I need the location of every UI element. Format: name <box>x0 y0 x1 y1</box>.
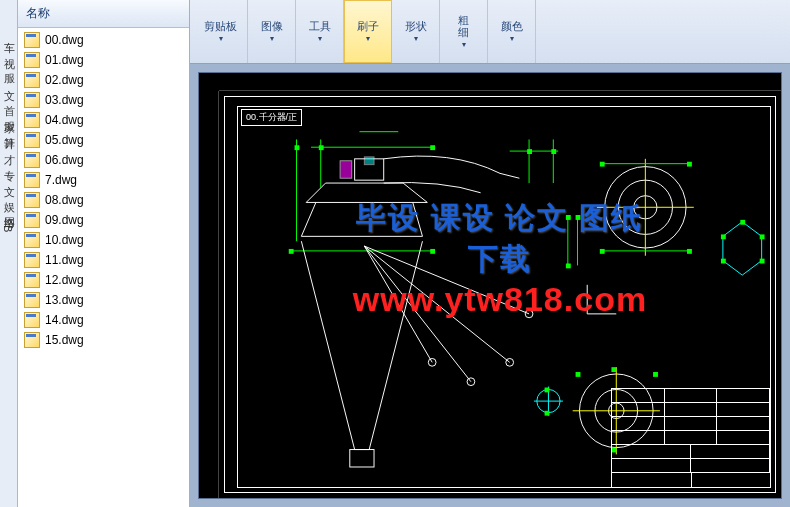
svg-rect-39 <box>721 259 726 264</box>
ruler-horizontal <box>219 73 781 91</box>
dwg-file-icon <box>24 72 40 88</box>
ribbon-thickness-group[interactable]: 粗 细 ▾ <box>440 0 488 63</box>
file-item[interactable]: 05.dwg <box>18 130 189 150</box>
file-list[interactable]: 00.dwg 01.dwg 02.dwg 03.dwg 04.dwg 05.dw… <box>18 28 189 507</box>
ribbon-toolbar: 剪贴板 ▾ 图像 ▾ 工具 ▾ 刷子 ▾ 形状 ▾ 粗 细 ▾ 颜色 ▾ <box>190 0 790 64</box>
sidebar-tab[interactable]: 计算 <box>0 126 17 132</box>
file-item[interactable]: 7.dwg <box>18 170 189 190</box>
dwg-file-icon <box>24 212 40 228</box>
ribbon-shapes-group[interactable]: 形状 ▾ <box>392 0 440 63</box>
dwg-file-icon <box>24 192 40 208</box>
sidebar-tab[interactable]: 家服 <box>0 110 17 116</box>
svg-line-47 <box>364 246 529 314</box>
svg-rect-19 <box>430 249 435 254</box>
file-item[interactable]: 12.dwg <box>18 270 189 290</box>
svg-rect-32 <box>600 249 605 254</box>
svg-rect-63 <box>653 372 658 377</box>
file-name-label: 7.dwg <box>45 173 77 187</box>
svg-rect-35 <box>721 234 726 239</box>
svg-rect-31 <box>687 162 692 167</box>
cad-viewport[interactable]: 00.千分器/正 <box>198 72 782 499</box>
svg-rect-67 <box>545 411 550 416</box>
sidebar-tab[interactable]: 专 <box>0 158 17 164</box>
dwg-file-icon <box>24 292 40 308</box>
cad-canvas[interactable]: 00.千分器/正 <box>219 91 781 498</box>
svg-line-44 <box>364 246 432 362</box>
sidebar-tab[interactable]: 首 <box>0 94 17 100</box>
sidebar-tab[interactable]: 娱 <box>0 190 17 196</box>
left-nav-sidebar: 车 视 服 文 首 家服 计算 才 专 文 娱 网络 B <box>0 0 18 507</box>
dwg-file-icon <box>24 112 40 128</box>
file-name-label: 02.dwg <box>45 73 84 87</box>
file-item[interactable]: 06.dwg <box>18 150 189 170</box>
file-name-label: 03.dwg <box>45 93 84 107</box>
file-item[interactable]: 15.dwg <box>18 330 189 350</box>
svg-rect-66 <box>545 388 550 393</box>
svg-line-46 <box>364 246 509 362</box>
svg-rect-14 <box>319 145 324 150</box>
ribbon-label: 形状 <box>405 20 427 32</box>
ribbon-label: 剪贴板 <box>204 20 237 32</box>
file-name-label: 12.dwg <box>45 273 84 287</box>
dwg-file-icon <box>24 252 40 268</box>
sidebar-tab[interactable]: 网络 <box>0 206 17 212</box>
file-item[interactable]: 11.dwg <box>18 250 189 270</box>
ribbon-tools-group[interactable]: 工具 ▾ <box>296 0 344 63</box>
sidebar-tab[interactable]: 文 <box>0 174 17 180</box>
file-list-panel: 名称 00.dwg 01.dwg 02.dwg 03.dwg 04.dwg 05… <box>18 0 190 507</box>
svg-rect-38 <box>760 259 765 264</box>
dwg-file-icon <box>24 232 40 248</box>
ribbon-image-group[interactable]: 图像 ▾ <box>248 0 296 63</box>
svg-line-41 <box>369 241 422 449</box>
file-item[interactable]: 03.dwg <box>18 90 189 110</box>
ribbon-label: 粗 细 <box>458 14 469 38</box>
file-name-label: 09.dwg <box>45 213 84 227</box>
ribbon-brush-group[interactable]: 刷子 ▾ <box>344 0 392 63</box>
dwg-file-icon <box>24 132 40 148</box>
file-list-header[interactable]: 名称 <box>18 0 189 28</box>
file-item[interactable]: 04.dwg <box>18 110 189 130</box>
svg-rect-16 <box>527 149 532 154</box>
svg-marker-34 <box>723 222 762 275</box>
file-item[interactable]: 10.dwg <box>18 230 189 250</box>
sidebar-tab[interactable]: 服 <box>0 62 17 68</box>
svg-rect-15 <box>430 145 435 150</box>
file-item[interactable]: 02.dwg <box>18 70 189 90</box>
svg-rect-62 <box>576 372 581 377</box>
ribbon-color-group[interactable]: 颜色 ▾ <box>488 0 536 63</box>
dwg-file-icon <box>24 92 40 108</box>
sidebar-tab[interactable]: B <box>0 222 17 235</box>
dwg-file-icon <box>24 152 40 168</box>
file-name-label: 15.dwg <box>45 333 84 347</box>
file-item[interactable]: 08.dwg <box>18 190 189 210</box>
title-block <box>611 388 771 488</box>
file-name-label: 10.dwg <box>45 233 84 247</box>
viewport-container: 00.千分器/正 <box>190 64 790 507</box>
file-item[interactable]: 13.dwg <box>18 290 189 310</box>
file-name-label: 08.dwg <box>45 193 84 207</box>
dropdown-icon: ▾ <box>219 34 223 43</box>
file-name-label: 13.dwg <box>45 293 84 307</box>
dwg-file-icon <box>24 32 40 48</box>
svg-rect-43 <box>350 450 374 467</box>
file-item[interactable]: 00.dwg <box>18 30 189 50</box>
file-name-label: 01.dwg <box>45 53 84 67</box>
sidebar-tab[interactable]: 车 <box>0 30 17 36</box>
dropdown-icon: ▾ <box>366 34 370 43</box>
ribbon-clipboard-group[interactable]: 剪贴板 ▾ <box>194 0 248 63</box>
file-item[interactable]: 01.dwg <box>18 50 189 70</box>
sidebar-tab[interactable]: 文 <box>0 78 17 84</box>
svg-rect-36 <box>740 220 745 225</box>
svg-rect-37 <box>760 234 765 239</box>
ruler-vertical <box>199 91 219 498</box>
dropdown-icon: ▾ <box>270 34 274 43</box>
sidebar-tab[interactable]: 才 <box>0 142 17 148</box>
sidebar-tab[interactable]: 视 <box>0 46 17 52</box>
file-item[interactable]: 14.dwg <box>18 310 189 330</box>
file-name-label: 04.dwg <box>45 113 84 127</box>
file-item[interactable]: 09.dwg <box>18 210 189 230</box>
file-name-label: 05.dwg <box>45 133 84 147</box>
ribbon-label: 颜色 <box>501 20 523 32</box>
main-area: 剪贴板 ▾ 图像 ▾ 工具 ▾ 刷子 ▾ 形状 ▾ 粗 细 ▾ 颜色 ▾ <box>190 0 790 507</box>
dropdown-icon: ▾ <box>510 34 514 43</box>
